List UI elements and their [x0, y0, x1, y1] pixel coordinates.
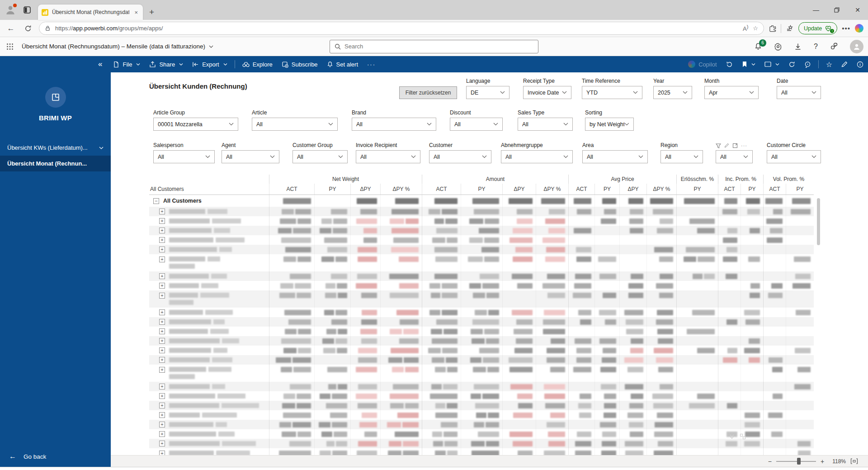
lock-icon[interactable]	[45, 25, 51, 31]
column-header-avg-price-act[interactable]: ACT	[568, 184, 594, 195]
favorite-star-icon[interactable]: ☆	[821, 56, 837, 72]
column-header-erl-sschm-py[interactable]: PY	[676, 184, 718, 195]
table-row[interactable]	[149, 336, 814, 346]
column-header-avg-price-py[interactable]: PY	[594, 184, 619, 195]
zoom-in-icon[interactable]: +	[821, 458, 824, 465]
browser-menu-icon[interactable]: •••	[842, 24, 850, 32]
table-row[interactable]	[149, 382, 814, 391]
table-row[interactable]	[149, 226, 814, 235]
back-icon[interactable]: ←	[5, 22, 17, 35]
tab-close-icon[interactable]: ×	[133, 9, 139, 16]
table-row[interactable]	[149, 317, 814, 327]
update-button[interactable]: Update !	[798, 22, 837, 34]
reset-view-icon[interactable]	[722, 56, 737, 72]
table-row[interactable]	[149, 308, 814, 317]
help-icon[interactable]: ?	[814, 43, 818, 51]
expand-icon[interactable]	[159, 283, 165, 289]
column-header-amount-act[interactable]: ACT	[422, 184, 461, 195]
table-row[interactable]	[149, 355, 814, 365]
browser-tab[interactable]: Übersicht Monat (Rechnungsdatu ×	[38, 5, 143, 20]
set-alert-button[interactable]: Set alert	[322, 56, 363, 72]
column-header-amount-py[interactable]: PY	[461, 184, 502, 195]
filter-dropdown-receipt-type[interactable]: Invoice Date	[523, 86, 571, 99]
column-header-net-weight-py[interactable]: PY	[314, 184, 350, 195]
expand-icon[interactable]	[159, 293, 165, 299]
filter-dropdown-time-reference[interactable]: YTD	[582, 86, 642, 99]
collapse-sidebar-icon[interactable]: «	[92, 60, 108, 69]
focus-mode-icon[interactable]	[732, 143, 738, 148]
filter-dropdown-language[interactable]: DE	[466, 86, 509, 99]
expand-icon[interactable]	[159, 367, 165, 373]
filter-dropdown-invoice-recipient[interactable]: All	[356, 150, 420, 163]
filter-dropdown-year[interactable]: 2025	[653, 86, 692, 99]
zoom-slider-handle[interactable]	[797, 458, 801, 465]
column-header-vol-prom-py[interactable]: PY	[786, 184, 814, 195]
table-row[interactable]	[149, 281, 814, 290]
collapse-icon[interactable]	[153, 198, 159, 204]
filter-funnel-icon[interactable]	[716, 143, 721, 148]
share-menu[interactable]: Share	[145, 56, 188, 72]
filter-dropdown-month[interactable]: Apr	[704, 86, 759, 99]
column-header-inc-prom-act[interactable]: ACT	[718, 184, 741, 195]
edit-pencil-icon[interactable]	[837, 56, 852, 72]
expand-icon[interactable]	[159, 384, 165, 389]
column-header-net-weight-py[interactable]: ΔPY	[350, 184, 380, 195]
expand-icon[interactable]	[159, 393, 165, 399]
column-header-net-weight-py[interactable]: ΔPY %	[380, 184, 422, 195]
expand-icon[interactable]	[159, 218, 165, 224]
filter-dropdown-abnehmergruppe[interactable]: All	[501, 150, 573, 163]
group-header-erl-sschm[interactable]: Erlösschm. %	[676, 175, 718, 184]
filter-dropdown-area[interactable]: All	[582, 150, 648, 163]
more-options-icon[interactable]: ···	[363, 56, 380, 72]
filter-dropdown-sorting[interactable]: by Net Weight	[585, 118, 634, 131]
comments-icon[interactable]	[800, 56, 816, 72]
sidebar-item-uebersicht-monat[interactable]: Übersicht Monat (Rechnun...	[0, 156, 111, 171]
table-row[interactable]	[149, 420, 814, 429]
table-row[interactable]	[149, 245, 814, 254]
expand-icon[interactable]	[159, 273, 165, 279]
filter-dropdown-sales-type[interactable]: All	[518, 118, 573, 131]
feedback-icon[interactable]	[830, 42, 838, 51]
expand-icon[interactable]	[159, 422, 165, 427]
expand-icon[interactable]	[159, 237, 165, 243]
table-row[interactable]	[149, 410, 814, 420]
expand-icon[interactable]	[159, 403, 165, 408]
table-row[interactable]	[149, 271, 814, 281]
new-tab-button[interactable]: +	[149, 7, 154, 17]
view-menu[interactable]	[760, 56, 784, 72]
expand-icon[interactable]	[159, 338, 165, 344]
read-aloud-icon[interactable]: A)	[743, 24, 748, 32]
info-icon[interactable]	[852, 56, 868, 72]
matrix-scrollbar[interactable]	[817, 198, 820, 245]
bookmarks-menu[interactable]	[737, 56, 760, 72]
filter-dropdown-brand[interactable]: All	[352, 118, 436, 131]
filter-dropdown-salesperson[interactable]: All	[153, 150, 215, 163]
group-header-inc-prom[interactable]: Inc. Prom. %	[718, 175, 763, 184]
filter-dropdown-slicer[interactable]: All	[716, 150, 753, 163]
table-row[interactable]	[149, 216, 814, 226]
expand-icon[interactable]	[159, 441, 165, 446]
expand-icon[interactable]	[159, 319, 165, 325]
copilot-browser-icon[interactable]	[855, 24, 863, 33]
column-header-amount-py[interactable]: ΔPY	[502, 184, 536, 195]
subscribe-button[interactable]: Subscribe	[277, 56, 322, 72]
zoom-out-icon[interactable]: −	[768, 458, 772, 465]
filter-dropdown-agent[interactable]: All	[222, 150, 279, 163]
group-header-amount[interactable]: Amount	[422, 175, 568, 184]
column-header-avg-price-py[interactable]: ΔPY %	[646, 184, 676, 195]
expand-icon[interactable]	[159, 256, 165, 262]
refresh-visuals-icon[interactable]	[784, 56, 800, 72]
table-row[interactable]	[149, 235, 814, 245]
table-row[interactable]	[149, 254, 814, 271]
sidebar-item-uebersicht-kws[interactable]: Übersicht KWs (Lieferdatum)...	[0, 140, 111, 156]
expand-icon[interactable]	[159, 357, 165, 363]
more-options-icon[interactable]: ···	[741, 143, 747, 148]
expand-icon[interactable]	[159, 309, 165, 315]
table-row[interactable]	[149, 207, 814, 216]
fit-to-page-icon[interactable]	[850, 458, 858, 464]
expand-icon[interactable]	[159, 412, 165, 418]
go-back-button[interactable]: ← Go back	[0, 446, 111, 467]
address-bar[interactable]: https://app.powerbi.com/groups/me/apps/ …	[39, 22, 764, 35]
filter-dropdown-date[interactable]: All	[777, 86, 821, 99]
table-row[interactable]	[149, 401, 814, 410]
